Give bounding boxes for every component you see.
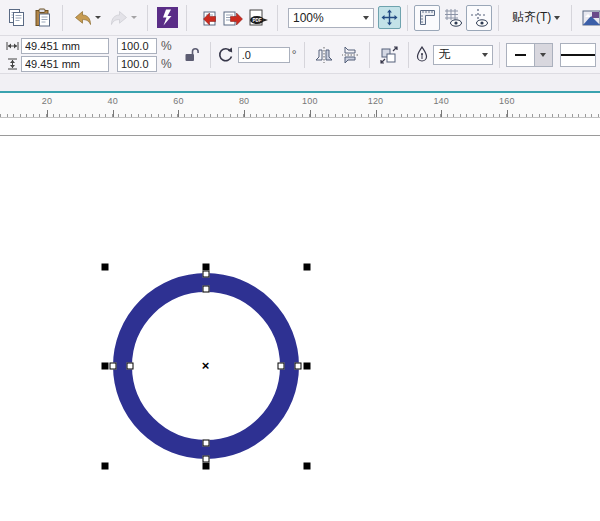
ruler-major-tick <box>113 110 114 117</box>
curve-node[interactable] <box>202 285 209 292</box>
chevron-down-icon <box>363 16 369 20</box>
redo-icon <box>109 9 129 27</box>
ruler-label: 60 <box>173 96 183 106</box>
selection-handle[interactable] <box>101 363 108 370</box>
ruler-major-tick <box>376 110 377 117</box>
zoom-fit-page-button[interactable] <box>378 6 401 29</box>
ruler-label: 80 <box>239 96 249 106</box>
pdf-icon-text: PDF <box>252 17 261 22</box>
toolbar-gap-strip <box>0 74 600 91</box>
ruler-label: 120 <box>368 96 384 106</box>
paste-icon <box>33 8 53 28</box>
selection-handle[interactable] <box>202 463 209 470</box>
coreldraw-window: PDF 100% <box>0 0 600 521</box>
grid-toggle-button[interactable] <box>440 5 466 31</box>
scale-horizontal-field[interactable] <box>117 38 157 54</box>
outline-width-combo[interactable] <box>506 43 553 67</box>
arrange-icon <box>378 45 400 65</box>
fit-page-icon <box>381 9 398 26</box>
separator <box>498 5 499 31</box>
paste-button[interactable] <box>30 5 56 31</box>
selection-handle[interactable] <box>303 463 310 470</box>
outline-style-preview[interactable] <box>560 43 596 67</box>
ruler-label: 20 <box>42 96 52 106</box>
mirror-horizontal-button[interactable] <box>311 42 337 68</box>
object-height-icon <box>6 58 19 70</box>
application-launcher-button[interactable] <box>154 5 180 31</box>
curve-node[interactable] <box>278 363 285 370</box>
separator <box>186 5 187 31</box>
redo-button[interactable] <box>105 5 141 31</box>
curve-node[interactable] <box>295 363 302 370</box>
ruler-label: 100 <box>302 96 318 106</box>
selection-handle[interactable] <box>303 363 310 370</box>
separator <box>571 5 572 31</box>
separator <box>147 5 148 31</box>
mirror-vertical-button[interactable] <box>337 42 363 68</box>
export-button[interactable] <box>219 5 245 31</box>
outline-style-value: 无 <box>438 46 478 63</box>
ruler-label: 160 <box>499 96 515 106</box>
degree-label: ° <box>292 48 297 62</box>
curve-node[interactable] <box>127 363 134 370</box>
separator <box>277 5 278 31</box>
separator <box>499 42 500 68</box>
separator <box>304 42 305 68</box>
selection-handle[interactable] <box>101 263 108 270</box>
guidelines-toggle-icon <box>469 8 489 28</box>
lock-ratio-icon <box>183 47 199 63</box>
chevron-down-icon <box>540 53 546 57</box>
selection-handle[interactable] <box>101 463 108 470</box>
object-center-mark[interactable]: × <box>202 359 210 372</box>
curve-node[interactable] <box>202 271 209 278</box>
mirror-vertical-icon <box>340 46 360 64</box>
import-button[interactable] <box>193 5 219 31</box>
ruler-label: 140 <box>433 96 449 106</box>
outline-width-dash-icon <box>515 54 526 56</box>
copy-icon <box>7 8 27 28</box>
pdf-icon: PDF <box>247 8 269 28</box>
options-button[interactable] <box>578 5 600 31</box>
ruler-major-tick <box>310 110 311 117</box>
snap-to-dropdown[interactable]: 贴齐(T) <box>505 6 567 29</box>
ruler-major-tick <box>244 110 245 117</box>
rulers-toggle-button[interactable] <box>414 5 440 31</box>
guidelines-toggle-button[interactable] <box>466 5 492 31</box>
options-icon <box>582 9 600 27</box>
corel-app-icon <box>157 7 178 28</box>
grid-toggle-icon <box>443 8 463 28</box>
outline-style-combo[interactable]: 无 <box>433 45 492 65</box>
ruler-major-tick <box>441 110 442 117</box>
horizontal-ruler[interactable]: 20406080100120140160 <box>0 93 600 118</box>
undo-button[interactable] <box>69 5 105 31</box>
drawing-canvas[interactable]: × <box>0 118 600 478</box>
rotation-angle-field[interactable] <box>238 47 290 63</box>
curve-node[interactable] <box>202 455 209 462</box>
object-width-field[interactable] <box>21 38 109 54</box>
redo-dropdown-arrow <box>131 16 137 19</box>
rulers-toggle-icon <box>418 8 437 27</box>
publish-pdf-button[interactable]: PDF <box>245 5 271 31</box>
object-width-icon <box>6 41 19 51</box>
percent-label: % <box>161 57 172 71</box>
separator <box>408 42 409 68</box>
selection-handle[interactable] <box>303 263 310 270</box>
snap-to-label: 贴齐(T) <box>512 9 551 26</box>
property-bar: % % <box>0 36 600 74</box>
rotation-icon <box>217 46 234 63</box>
curve-node[interactable] <box>202 440 209 447</box>
arrange-button[interactable] <box>376 42 402 68</box>
separator <box>407 5 408 31</box>
separator <box>369 42 370 68</box>
scale-vertical-field[interactable] <box>117 56 157 72</box>
undo-icon <box>73 9 93 27</box>
mirror-horizontal-icon <box>314 46 334 64</box>
chevron-down-icon <box>554 16 560 20</box>
object-height-field[interactable] <box>21 56 109 72</box>
percent-label: % <box>161 39 172 53</box>
zoom-level-combo[interactable]: 100% <box>288 8 374 28</box>
copy-button[interactable] <box>4 5 30 31</box>
selection-handle[interactable] <box>202 263 209 270</box>
curve-node[interactable] <box>110 363 117 370</box>
lock-ratio-button[interactable] <box>178 42 204 68</box>
